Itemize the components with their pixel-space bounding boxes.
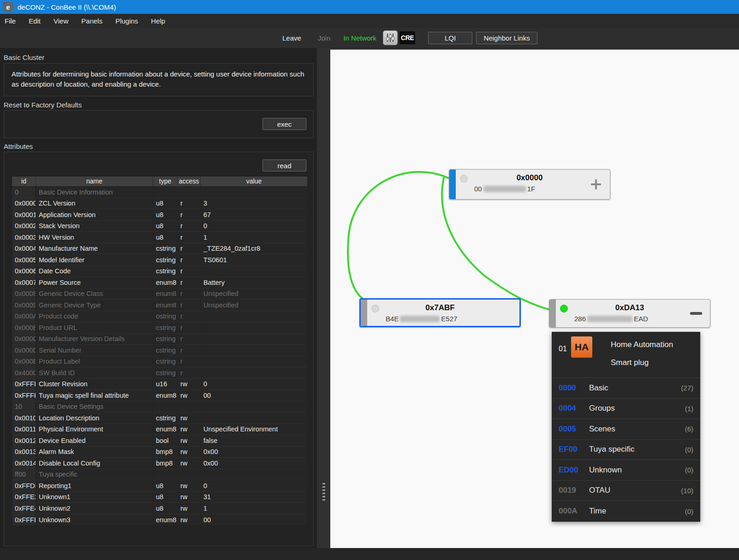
attribute-row[interactable]: 0x0010Location Descriptioncstringrw bbox=[12, 413, 307, 424]
node-0x7ABF[interactable]: 0x7ABF B4E E527 bbox=[359, 298, 521, 327]
device-type: Smart plug bbox=[611, 358, 649, 367]
panel-splitter[interactable] bbox=[316, 48, 330, 548]
cell-type: u8 bbox=[153, 198, 178, 209]
channel-mixer-icon[interactable] bbox=[383, 30, 398, 45]
attribute-row[interactable]: 0x000DSerial Numbercstringr bbox=[12, 345, 307, 356]
cell-id: 0x0003 bbox=[12, 232, 36, 243]
menu-file[interactable]: File bbox=[0, 14, 22, 28]
profile-name: Home Automation bbox=[611, 340, 673, 349]
expand-node-icon[interactable] bbox=[591, 179, 601, 189]
cell-access: r bbox=[178, 277, 201, 288]
attribute-row[interactable]: 0x0009Generic Device Typeenum8rUnspecifi… bbox=[12, 300, 307, 311]
column-header-id[interactable]: id bbox=[12, 177, 36, 186]
cell-name: Manufacturer Name bbox=[36, 243, 153, 254]
neighbor-links-button[interactable]: Neighbor Links bbox=[476, 32, 537, 44]
attribute-row[interactable]: 0x0004Manufacturer Namecstringr_TZE284_0… bbox=[12, 243, 307, 255]
attribute-row[interactable]: 0x0007Power Sourceenum8rBattery bbox=[12, 277, 307, 289]
cell-access: r bbox=[178, 254, 201, 265]
cell-access bbox=[178, 401, 201, 413]
cell-access: r bbox=[178, 334, 201, 345]
attribute-row[interactable]: 0x0013Alarm Maskbmp8rw0x00 bbox=[12, 447, 307, 458]
cluster-item-basic[interactable]: 0000Basic(27) bbox=[552, 378, 700, 399]
attribute-row[interactable]: 0x0005Model IdentifiercstringrTS0601 bbox=[12, 254, 307, 266]
node-0x0000[interactable]: 0x0000 00 1F bbox=[449, 169, 610, 200]
cell-name: Alarm Mask bbox=[36, 447, 153, 458]
cell-value: 0 bbox=[201, 379, 307, 390]
attribute-row[interactable]: 0xFFFDCluster Revisionu16rw0 bbox=[12, 379, 307, 390]
attribute-row[interactable]: 0xFFE2Unknown1u8rw31 bbox=[12, 492, 307, 503]
cell-value bbox=[201, 413, 307, 424]
node-address: 0x7ABF bbox=[361, 303, 519, 312]
cluster-item-tuya-specific[interactable]: EF00Tuya specific(0) bbox=[552, 440, 700, 460]
leave-button[interactable]: Leave bbox=[282, 34, 301, 42]
menu-edit[interactable]: Edit bbox=[22, 14, 47, 28]
cluster-name: OTAU bbox=[589, 486, 681, 495]
cell-id: 0x000C bbox=[12, 334, 36, 345]
cluster-item-scenes[interactable]: 0005Scenes(6) bbox=[552, 419, 700, 440]
attribute-row[interactable]: 0x0011Physical Environmentenum8rwUnspeci… bbox=[12, 424, 307, 436]
cell-type: cstring bbox=[153, 345, 178, 356]
cell-name: Unknown2 bbox=[36, 503, 153, 514]
cluster-item-unknown[interactable]: ED00Unknown(0) bbox=[552, 460, 700, 481]
cluster-description: Attributes for determining basic informa… bbox=[4, 63, 314, 96]
cell-type: cstring bbox=[153, 367, 178, 378]
attribute-row[interactable]: 0x0012Device Enabledboolrwfalse bbox=[12, 435, 307, 447]
column-header-type[interactable]: type bbox=[153, 177, 178, 186]
attribute-row[interactable]: 0xFFFETuya magic spell final attributeen… bbox=[12, 390, 307, 401]
node-role-bar bbox=[549, 300, 556, 327]
cell-value bbox=[201, 187, 307, 198]
column-header-value[interactable]: value bbox=[201, 177, 307, 186]
attribute-row[interactable]: 0x0003HW Versionu8r1 bbox=[12, 232, 307, 243]
attribute-row[interactable]: 0x000CManufacturer Version Detailscstrin… bbox=[12, 334, 307, 345]
cluster-item-otau[interactable]: 0019OTAU(10) bbox=[552, 481, 700, 501]
cluster-id: 0005 bbox=[559, 424, 589, 434]
attribute-row[interactable]: 0x4000SW Build IDcstringr bbox=[12, 367, 307, 379]
join-button[interactable]: Join bbox=[318, 34, 331, 42]
attribute-row[interactable]: 0x0014Disable Local Configbmp8rw0x00 bbox=[12, 458, 307, 469]
attribute-row[interactable]: 0x0008Generic Device Classenum8rUnspecif… bbox=[12, 289, 307, 300]
cluster-item-groups[interactable]: 0004Groups(1) bbox=[552, 399, 700, 419]
network-canvas[interactable]: 0x0000 00 1F 0x7ABF B4E E527 0xDA13 bbox=[330, 49, 739, 548]
attribute-row[interactable]: 0x0001Application Versionu8r67 bbox=[12, 209, 307, 221]
menu-plugins[interactable]: Plugins bbox=[109, 14, 144, 28]
cell-id: 0xFFE2 bbox=[12, 492, 36, 503]
node-role-bar bbox=[449, 170, 456, 199]
attribute-row[interactable]: 0x000EProduct Labelcstringr bbox=[12, 356, 307, 368]
attribute-row[interactable]: 0Basic Device Information bbox=[12, 187, 307, 198]
collapse-node-icon[interactable] bbox=[690, 312, 702, 315]
cell-access: r bbox=[178, 266, 201, 277]
cell-value: 0 bbox=[201, 480, 307, 491]
cell-type: cstring bbox=[153, 243, 178, 254]
cell-id: 0x0001 bbox=[12, 209, 36, 220]
menu-panels[interactable]: Panels bbox=[75, 14, 109, 28]
splitter-handle-icon[interactable] bbox=[322, 483, 325, 501]
attribute-row[interactable]: 0xFFE4Unknown2u8rw1 bbox=[12, 503, 307, 514]
cell-access: r bbox=[178, 311, 201, 322]
column-header-access[interactable]: access bbox=[178, 177, 201, 186]
cell-value: Unspecified Environment bbox=[201, 424, 307, 435]
node-mac: B4E E527 bbox=[386, 315, 519, 326]
read-button[interactable]: read bbox=[262, 159, 306, 171]
cell-type: u16 bbox=[153, 379, 178, 390]
cell-name: Product Label bbox=[36, 356, 153, 367]
cluster-item-time[interactable]: 000ATime(0) bbox=[552, 501, 700, 522]
column-header-name[interactable]: name bbox=[36, 177, 153, 186]
exec-button[interactable]: exec bbox=[262, 118, 306, 130]
menu-view[interactable]: View bbox=[47, 14, 75, 28]
attribute-row[interactable]: 0xFFDEReporting1u8rw0 bbox=[12, 480, 307, 492]
attribute-row[interactable]: 0x000AProduct codeostringr bbox=[12, 311, 307, 323]
attribute-row[interactable]: 0xFFFEUnknown3enum8rw00 bbox=[12, 514, 307, 526]
menu-help[interactable]: Help bbox=[144, 14, 172, 28]
lqi-button[interactable]: LQI bbox=[428, 32, 472, 44]
node-0xDA13[interactable]: 0xDA13 286 EAD bbox=[549, 299, 710, 328]
attribute-row[interactable]: ff00Tuya specific bbox=[12, 469, 307, 481]
node-mac: 286 EAD bbox=[574, 315, 710, 326]
cell-access: rw bbox=[178, 413, 201, 424]
attribute-row[interactable]: 0x000BProduct URLcstringr bbox=[12, 322, 307, 334]
attribute-row[interactable]: 10Basic Device Settings bbox=[12, 401, 307, 413]
cluster-id: EF00 bbox=[559, 445, 589, 454]
attribute-row[interactable]: 0x0002Stack Versionu8r0 bbox=[12, 221, 307, 232]
node-mac: 00 1F bbox=[474, 185, 610, 196]
attribute-row[interactable]: 0x0000ZCL Versionu8r3 bbox=[12, 198, 307, 210]
attribute-row[interactable]: 0x0006Date Codecstringr bbox=[12, 266, 307, 277]
